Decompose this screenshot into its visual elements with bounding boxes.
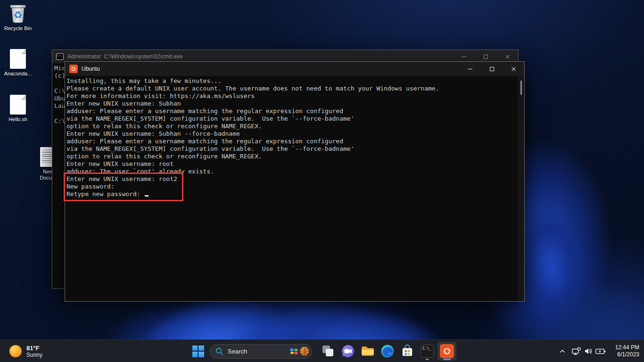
clock-widget[interactable]: 12:44 PM 6/1/2023 [615, 340, 639, 362]
command-prompt-icon: C:\_ [421, 345, 434, 358]
terminal-line: via the NAME_REGEX[_SYSTEM] configuratio… [66, 115, 524, 123]
desktop-icon-label: Recycle Bin [4, 25, 32, 32]
terminal-line: via the NAME_REGEX[_SYSTEM] configuratio… [66, 145, 524, 153]
ubuntu-maximize-button[interactable] [481, 62, 503, 76]
active-indicator [443, 359, 451, 360]
terminal-line: adduser: Please enter a username matchin… [66, 107, 524, 115]
scrollbar-thumb[interactable] [520, 81, 522, 95]
file-icon [10, 95, 26, 115]
task-view-icon [319, 342, 338, 361]
desktop-icon-hello-sh[interactable]: Hello.sh [2, 95, 34, 123]
terminal-line: Enter new UNIX username: root [66, 160, 524, 168]
chat-icon [341, 344, 355, 358]
battery-charging-icon [595, 348, 606, 354]
chat-button[interactable] [339, 342, 357, 361]
file-explorer-icon [361, 344, 375, 358]
command-prompt-button[interactable]: C:\_ [418, 342, 437, 361]
close-icon [511, 66, 516, 72]
ubuntu-close-button[interactable] [503, 62, 524, 76]
minimize-icon [468, 69, 472, 69]
terminal-line: Enter new UNIX username: Subhan --force-… [66, 130, 524, 138]
edge-browser-button[interactable] [378, 342, 397, 361]
taskbar: 81°F Sunny Search [0, 339, 644, 362]
ubuntu-logo-icon [69, 65, 78, 73]
edge-icon [380, 344, 395, 358]
ubuntu-terminal[interactable]: Installing, this may take a few minutes.… [65, 76, 524, 301]
cmd-icon: C:\_ [56, 53, 64, 60]
ubuntu-taskbar-icon [440, 344, 454, 358]
desktop-icon-label: Anaconda... [4, 71, 32, 77]
terminal-line: Installing, this may take a few minutes.… [66, 77, 524, 85]
file-icon [10, 49, 26, 69]
recycle-bin-icon: ♻ [8, 3, 28, 24]
recycle-glyph: ♻ [14, 9, 23, 20]
cmd-window-title: Administrator: C:\Windows\system32\cmd.e… [67, 53, 453, 60]
terminal-line: Enter new UNIX username: root2 [66, 175, 524, 183]
scrollbar[interactable] [518, 76, 524, 301]
search-input[interactable]: Search [209, 344, 312, 359]
terminal-line: New password: [66, 183, 524, 190]
sun-icon [9, 345, 22, 357]
search-icon [215, 347, 223, 355]
desktop-icon-label: Hello.sh [8, 116, 27, 123]
search-placeholder: Search [228, 348, 289, 355]
terminal-line: Please create a default UNIX user accoun… [66, 85, 524, 92]
terminal-line: option to relax this check or reconfigur… [66, 123, 524, 130]
weather-temperature: 81°F [26, 345, 42, 352]
ubuntu-minimize-button[interactable] [459, 62, 481, 76]
battery-button[interactable] [594, 340, 607, 362]
terminal-line: For more information visit: https://aka.… [66, 92, 524, 100]
running-indicator [426, 359, 429, 360]
terminal-prompt: Retype new password: [66, 190, 144, 198]
volume-button[interactable] [583, 340, 594, 362]
terminal-line: adduser: Please enter a username matchin… [66, 138, 524, 145]
ubuntu-button[interactable] [438, 342, 456, 361]
weather-condition: Sunny [26, 352, 42, 358]
tray-chevron-button[interactable] [556, 340, 569, 362]
file-explorer-button[interactable] [358, 342, 377, 361]
ubuntu-titlebar[interactable]: Ubuntu [65, 62, 524, 76]
ubuntu-window-title: Ubuntu [82, 66, 459, 72]
taskbar-center: Search [189, 342, 456, 361]
terminal-line: option to relax this check or reconfigur… [66, 153, 524, 160]
start-button[interactable] [189, 342, 207, 361]
search-highlight-icon [289, 347, 298, 356]
ubuntu-window: Ubuntu Installing, this may take a few m… [65, 61, 525, 302]
desktop: ♻ Recycle Bin Anaconda... Hello.sh New D… [0, 0, 644, 362]
desktop-icon-recycle-bin[interactable]: ♻ Recycle Bin [4, 3, 32, 32]
terminal-line: Enter new UNIX username: Subhan [66, 100, 524, 107]
tray-date: 6/1/2023 [617, 351, 639, 358]
weather-widget[interactable]: 81°F Sunny [3, 340, 48, 362]
desktop-icon-anaconda[interactable]: Anaconda... [2, 49, 34, 77]
maximize-icon [490, 67, 494, 71]
tray-time: 12:44 PM [615, 344, 639, 351]
task-view-button[interactable] [319, 342, 338, 361]
windows-logo-icon [192, 346, 204, 357]
minimize-icon [462, 57, 466, 57]
basketball-icon [299, 346, 310, 356]
close-icon [505, 54, 510, 59]
volume-icon [584, 347, 593, 355]
maximize-icon [484, 55, 488, 59]
terminal-cursor [145, 195, 149, 197]
network-icon [572, 347, 581, 356]
network-button[interactable] [570, 340, 582, 362]
terminal-line: Retype new password: [66, 190, 524, 198]
microsoft-store-icon [400, 344, 414, 358]
chevron-up-icon [560, 349, 565, 353]
microsoft-store-button[interactable] [398, 342, 417, 361]
terminal-line: adduser: The user `root' already exists. [66, 168, 524, 175]
